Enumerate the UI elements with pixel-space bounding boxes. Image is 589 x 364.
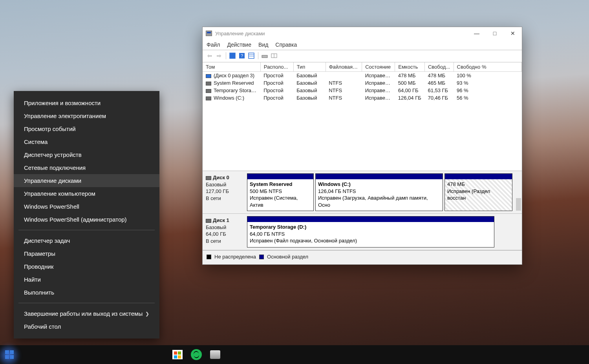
winx-item[interactable]: Диспетчер устройств — [14, 148, 159, 161]
panel-icon[interactable] — [270, 52, 278, 60]
column-header[interactable]: Располо... — [260, 62, 293, 72]
menu-separator — [18, 230, 155, 230]
winx-item-label: Найти — [24, 276, 41, 283]
winx-item-label: Параметры — [24, 250, 55, 257]
column-header[interactable]: Тип — [293, 62, 326, 72]
volume-row[interactable]: System ReservedПростойБазовыйNTFSИсправе… — [203, 79, 522, 87]
forward-icon[interactable]: ⇨ — [215, 52, 223, 60]
partition[interactable]: Windows (C:)126,04 ГБ NTFSИсправен (Загр… — [315, 173, 443, 211]
toolbar-separator — [257, 52, 259, 60]
menu-item[interactable]: Справка — [275, 42, 297, 48]
winx-item[interactable]: Завершение работы или выход из системы❯ — [14, 307, 159, 320]
winx-item[interactable]: Проводник — [14, 260, 159, 273]
winx-item[interactable]: Приложения и возможности — [14, 96, 159, 109]
winx-item[interactable]: Параметры — [14, 247, 159, 260]
cell: 93 % — [454, 79, 522, 87]
winx-item[interactable]: Просмотр событий — [14, 122, 159, 135]
disk-header[interactable]: Диск 1Базовый64,00 ГБВ сети — [203, 214, 246, 250]
app-icon — [206, 31, 212, 36]
toolbar-separator — [225, 52, 227, 60]
taskbar-app[interactable] — [206, 345, 225, 364]
back-icon[interactable]: ⇦ — [206, 52, 214, 60]
volume-icon — [206, 74, 211, 78]
legend: Не распределена Основной раздел — [203, 250, 522, 264]
winx-item-label: Выполнить — [24, 289, 54, 296]
window-title: Управление дисками — [215, 31, 468, 36]
legend-swatch-unallocated — [207, 255, 211, 259]
winx-item[interactable]: Сетевые подключения — [14, 161, 159, 174]
disk-partitions: Temporary Storage (D:)64,00 ГБ NTFSИспра… — [246, 214, 522, 250]
winx-menu: Приложения и возможностиУправление элект… — [14, 91, 159, 339]
titlebar[interactable]: Управление дисками — □ ✕ — [203, 27, 522, 40]
cell: Исправен... — [362, 94, 395, 102]
winx-item[interactable]: Управление дисками — [14, 174, 159, 187]
volume-icon — [206, 82, 211, 86]
menu-item[interactable]: Вид — [258, 42, 268, 48]
scroll-thumb[interactable] — [516, 198, 521, 211]
taskbar-store[interactable] — [168, 345, 187, 364]
svg-text:?: ? — [241, 53, 243, 58]
winx-item-label: Диспетчер задач — [24, 237, 70, 244]
winx-item[interactable]: Управление электропитанием — [14, 109, 159, 122]
winx-item[interactable]: Система — [14, 135, 159, 148]
list-icon[interactable] — [247, 52, 255, 60]
winx-item[interactable]: Windows PowerShell (администратор) — [14, 213, 159, 226]
column-header[interactable]: Файловая с... — [326, 62, 362, 72]
legend-swatch-primary — [259, 255, 264, 259]
cell: NTFS — [326, 87, 362, 94]
winx-item[interactable]: Рабочий стол — [14, 320, 159, 333]
close-button[interactable]: ✕ — [504, 27, 522, 40]
taskbar — [0, 345, 589, 364]
cell — [326, 72, 362, 80]
column-header[interactable]: Свобод... — [424, 62, 454, 72]
partition-bar — [316, 174, 443, 179]
disk-row: Диск 1Базовый64,00 ГБВ сетиTemporary Sto… — [203, 214, 522, 250]
disk-management-window: Управление дисками — □ ✕ ФайлДействиеВид… — [202, 27, 522, 265]
disk-header[interactable]: Диск 0Базовый127,00 ГБВ сети — [203, 171, 246, 213]
winx-item-label: Диспетчер устройств — [24, 151, 82, 158]
grid-icon[interactable] — [229, 52, 236, 60]
column-header[interactable]: Том — [203, 62, 260, 72]
maximize-button[interactable]: □ — [486, 27, 504, 40]
partition-label: System Reserved500 МБ NTFSИсправен (Сист… — [247, 179, 313, 211]
disk-icon[interactable] — [261, 52, 269, 60]
winx-item-label: Управление компьютером — [24, 190, 95, 197]
partition[interactable]: 478 МБИсправен (Раздел восстан — [444, 173, 512, 211]
menu-item[interactable]: Файл — [207, 42, 220, 48]
partition-bar — [445, 174, 512, 179]
volume-list[interactable]: ТомРасполо...ТипФайловая с...СостояниеЕм… — [203, 62, 522, 171]
cell: NTFS — [326, 79, 362, 87]
cell: 478 МБ — [424, 72, 454, 80]
partition-bar — [247, 174, 313, 179]
disk-row: Диск 0Базовый127,00 ГБВ сетиSystem Reser… — [203, 171, 522, 214]
svg-rect-8 — [262, 55, 267, 58]
cell: 96 % — [454, 87, 522, 94]
partition-label: 478 МБИсправен (Раздел восстан — [445, 179, 512, 204]
column-header[interactable]: Свободно % — [454, 62, 522, 72]
partition[interactable]: System Reserved500 МБ NTFSИсправен (Сист… — [247, 173, 314, 211]
volume-row[interactable]: (Диск 0 раздел 3)ПростойБазовыйИсправен.… — [203, 72, 522, 80]
window-controls: — □ ✕ — [468, 27, 522, 40]
volume-row[interactable]: Temporary Storag...ПростойБазовыйNTFSИсп… — [203, 87, 522, 94]
partition[interactable]: Temporary Storage (D:)64,00 ГБ NTFSИспра… — [247, 216, 494, 248]
winx-item[interactable]: Диспетчер задач — [14, 234, 159, 247]
column-header[interactable]: Состояние — [362, 62, 395, 72]
cell: 64,00 ГБ — [395, 87, 425, 94]
toolbar: ⇦ ⇨ ? — [203, 50, 522, 62]
column-header[interactable]: Емкость — [395, 62, 425, 72]
volume-row[interactable]: Windows (C:)ПростойБазовыйNTFSИсправен..… — [203, 94, 522, 102]
winx-item[interactable]: Windows PowerShell — [14, 200, 159, 213]
cell: Базовый — [293, 94, 326, 102]
minimize-button[interactable]: — — [468, 27, 486, 40]
taskbar-spotify[interactable] — [187, 345, 206, 364]
winx-item[interactable]: Управление компьютером — [14, 187, 159, 200]
cell: Исправен... — [362, 79, 395, 87]
winx-item[interactable]: Выполнить — [14, 286, 159, 299]
help-icon[interactable]: ? — [238, 52, 246, 60]
winx-item-label: Windows PowerShell (администратор) — [24, 216, 127, 223]
cell: 70,46 ГБ — [424, 94, 454, 102]
menu-item[interactable]: Действие — [227, 42, 251, 48]
cell: 465 МБ — [424, 79, 454, 87]
winx-item[interactable]: Найти — [14, 273, 159, 286]
menu-separator — [18, 303, 155, 303]
